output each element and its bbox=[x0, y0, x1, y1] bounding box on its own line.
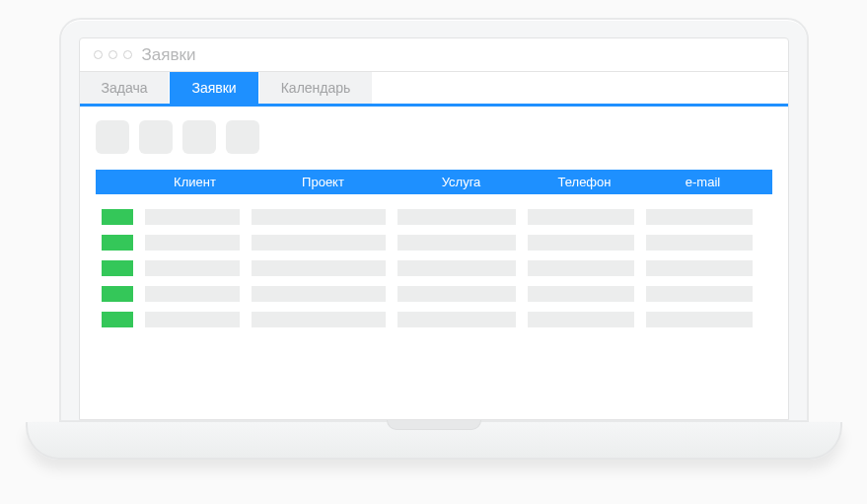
cell-project bbox=[252, 312, 386, 327]
cell-client bbox=[145, 235, 240, 251]
cell-phone bbox=[528, 235, 634, 251]
close-icon[interactable] bbox=[94, 50, 103, 59]
cell-project bbox=[252, 260, 386, 276]
cell-project bbox=[252, 286, 386, 302]
col-project[interactable]: Проект bbox=[250, 175, 397, 189]
table-row[interactable] bbox=[96, 230, 772, 255]
table-row[interactable] bbox=[96, 255, 772, 281]
titlebar: Заявки bbox=[80, 38, 788, 72]
table-row[interactable] bbox=[96, 204, 772, 230]
cell-service bbox=[397, 260, 516, 276]
table-header: Клиент Проект Услуга Телефон e-mail bbox=[96, 170, 772, 194]
cell-email bbox=[646, 209, 753, 225]
col-phone[interactable]: Телефон bbox=[526, 175, 644, 189]
cell-email bbox=[646, 235, 753, 251]
status-badge bbox=[102, 260, 133, 276]
cell-phone bbox=[528, 286, 634, 302]
tabs: Задача Заявки Календарь bbox=[80, 72, 788, 107]
toolbar-button-1[interactable] bbox=[96, 120, 129, 154]
tab-task[interactable]: Задача bbox=[80, 72, 171, 104]
status-badge bbox=[102, 312, 133, 327]
col-client[interactable]: Клиент bbox=[141, 175, 250, 189]
cell-client bbox=[145, 312, 240, 327]
cell-phone bbox=[528, 312, 634, 327]
cell-client bbox=[145, 286, 240, 302]
minimize-icon[interactable] bbox=[108, 50, 117, 59]
cell-client bbox=[145, 260, 240, 276]
trackpad-notch bbox=[387, 420, 481, 430]
table-body bbox=[96, 204, 772, 332]
col-email[interactable]: e-mail bbox=[644, 175, 762, 189]
cell-phone bbox=[528, 260, 634, 276]
cell-service bbox=[397, 235, 516, 251]
tab-requests[interactable]: Заявки bbox=[170, 72, 258, 104]
cell-service bbox=[397, 209, 516, 225]
table-row[interactable] bbox=[96, 281, 772, 307]
app-window: Заявки Задача Заявки Календарь Клиент Пр… bbox=[79, 37, 789, 420]
window-controls bbox=[94, 50, 132, 59]
table-row[interactable] bbox=[96, 307, 772, 332]
cell-email bbox=[646, 286, 753, 302]
screen-frame: Заявки Задача Заявки Календарь Клиент Пр… bbox=[59, 18, 809, 422]
cell-phone bbox=[528, 209, 634, 225]
cell-service bbox=[397, 312, 516, 327]
status-badge bbox=[102, 286, 133, 302]
tab-calendar[interactable]: Календарь bbox=[259, 72, 374, 104]
status-badge bbox=[102, 209, 133, 225]
cell-client bbox=[145, 209, 240, 225]
col-service[interactable]: Услуга bbox=[397, 175, 526, 189]
toolbar-button-2[interactable] bbox=[139, 120, 173, 154]
content-area: Клиент Проект Услуга Телефон e-mail bbox=[80, 107, 788, 346]
window-title: Заявки bbox=[142, 45, 196, 65]
toolbar bbox=[96, 120, 772, 154]
cell-project bbox=[252, 235, 386, 251]
maximize-icon[interactable] bbox=[123, 50, 132, 59]
laptop-base bbox=[26, 422, 842, 460]
cell-project bbox=[252, 209, 386, 225]
status-badge bbox=[102, 235, 133, 251]
toolbar-button-3[interactable] bbox=[182, 120, 216, 154]
cell-email bbox=[646, 312, 753, 327]
toolbar-button-4[interactable] bbox=[226, 120, 259, 154]
cell-email bbox=[646, 260, 753, 276]
cell-service bbox=[397, 286, 516, 302]
laptop-mockup: Заявки Задача Заявки Календарь Клиент Пр… bbox=[59, 18, 809, 460]
